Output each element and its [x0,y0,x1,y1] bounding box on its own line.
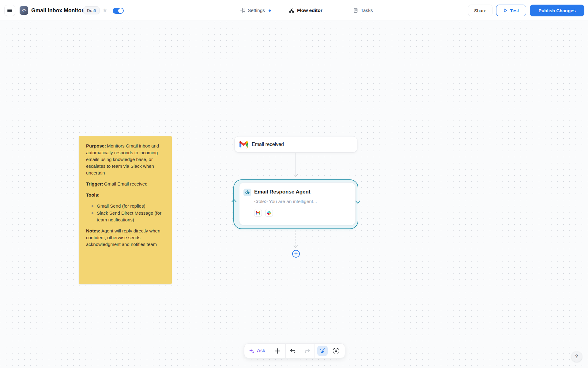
tasks-book-icon [353,8,358,13]
flow-icon [288,7,295,13]
plus-icon [275,348,281,354]
robot-icon [243,189,251,196]
note-tool-item: Slack Send Direct Message (for team noti… [90,210,164,223]
settings-notification-dot [269,10,271,12]
focus-icon [333,348,339,354]
agent-card: Email Response Agent <role> You are an i… [239,182,356,225]
undo-icon [290,348,296,354]
nav-divider [340,6,340,15]
share-label: Share [474,8,486,13]
help-button[interactable]: ? [571,351,582,362]
play-icon [503,8,508,13]
tab-tasks[interactable]: Tasks [353,0,373,21]
flow-canvas[interactable]: Purpose:Monitors Gmail inbox and automat… [0,21,588,368]
connector-line [296,153,296,176]
note-tools-list: Gmail Send (for replies) Slack Send Dire… [90,203,164,223]
gmail-tool-icon [254,209,262,217]
note-trigger: Trigger:Gmail Email received [86,181,164,187]
toolbar-divider [315,344,315,358]
publish-changes-button[interactable]: Publish Changes [530,5,584,16]
broom-icon [319,348,326,354]
hamburger-icon [7,8,12,13]
status-badge: Draft [83,6,100,14]
flow-title-dropdown[interactable]: Gmail Inbox Monitor [31,0,90,21]
lightning-bolt-icon [245,145,249,149]
trigger-node-label: Email received [252,142,284,147]
agent-node-title: Email Response Agent [254,189,311,195]
trigger-node-email-received[interactable]: Email received [234,136,357,152]
test-button[interactable]: Test [496,5,526,16]
slack-tool-icon [265,209,273,217]
note-tools: Tools: [86,192,164,198]
connector-arrowhead [293,245,298,248]
add-node-button[interactable] [270,344,285,358]
enable-toggle[interactable] [113,8,124,14]
menu-button[interactable] [4,5,15,16]
tab-flow-editor-label: Flow editor [297,8,322,13]
tab-settings[interactable]: Settings [240,0,271,21]
loop-arrow-down-icon [355,200,360,204]
connector-arrowhead [293,174,298,177]
redo-icon [304,348,311,354]
note-tool-item: Gmail Send (for replies) [90,203,164,209]
tab-settings-label: Settings [248,8,265,13]
publish-label: Publish Changes [538,8,576,13]
page-title: Gmail Inbox Monitor [31,7,84,14]
sliders-icon [240,8,245,13]
fit-view-button[interactable] [329,344,343,358]
sticky-note[interactable]: Purpose:Monitors Gmail inbox and automat… [79,136,172,284]
favorite-star-icon[interactable]: ★ [102,7,107,14]
tidy-up-button[interactable] [317,346,328,356]
note-purpose: Purpose:Monitors Gmail inbox and automat… [86,143,164,176]
undo-button[interactable] [286,344,300,358]
plus-icon [294,252,298,255]
top-bar: </> Gmail Inbox Monitor Draft ★ Settings [0,0,588,21]
add-step-button[interactable] [292,250,300,258]
agent-node-prompt-preview: <role> You are an intelligent... [254,199,317,204]
note-notes: Notes:Agent will reply directly when con… [86,228,164,248]
help-label: ? [575,354,578,359]
canvas-toolbar: Ask [244,343,345,358]
gmail-trigger-icon [239,141,248,148]
test-label: Test [510,8,519,13]
ask-label: Ask [257,348,265,354]
agent-node-email-response[interactable]: Email Response Agent <role> You are an i… [233,179,358,229]
app-logo-icon: </> [20,6,28,15]
loop-arrow-up-icon [231,199,237,202]
ask-ai-button[interactable]: Ask [244,344,270,358]
tab-flow-editor[interactable]: Flow editor [288,0,322,21]
connector-dashed-line [296,230,296,247]
sparkles-icon [249,348,255,354]
tab-tasks-label: Tasks [361,8,373,13]
share-button[interactable]: Share [468,5,492,16]
redo-button[interactable] [300,344,315,358]
agent-tool-chips [254,209,273,217]
